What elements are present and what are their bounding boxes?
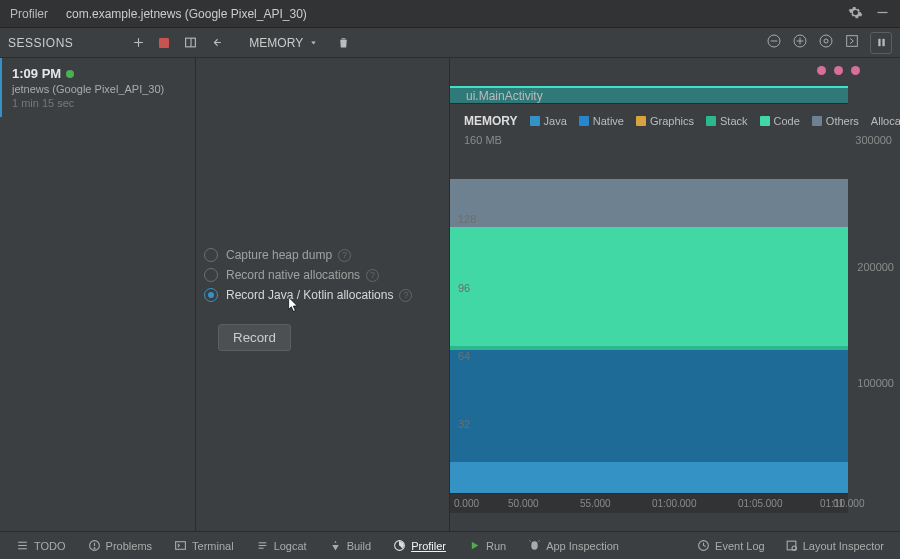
status-run[interactable]: Run: [460, 539, 514, 552]
toolbar: SESSIONS MEMORY: [0, 28, 900, 58]
stop-session-icon[interactable]: [157, 36, 171, 50]
help-icon[interactable]: ?: [366, 269, 379, 282]
y-tick: 96: [458, 282, 470, 294]
time-axis: 0.000 50.000 55.000 01:00.000 01:05.000 …: [450, 493, 848, 513]
y-tick: 128: [458, 213, 476, 225]
radio-icon: [204, 288, 218, 302]
status-event-log[interactable]: Event Log: [689, 539, 773, 552]
time-tick: 55.000: [580, 498, 611, 509]
options-panel: Capture heap dump ? Record native alloca…: [196, 58, 450, 531]
status-layout-inspector[interactable]: Layout Inspector: [777, 539, 892, 552]
status-logcat[interactable]: Logcat: [248, 539, 315, 552]
legend-title: MEMORY: [464, 114, 518, 128]
time-tick: 01: [833, 498, 844, 509]
add-session-icon[interactable]: [131, 36, 145, 50]
y-tick: 32: [458, 418, 470, 430]
time-tick: 01:05.000: [738, 498, 783, 509]
time-tick: 50.000: [508, 498, 539, 509]
mem-top-label: 160 MB: [464, 134, 502, 146]
alloc-top-label: 300000: [855, 134, 892, 146]
radio-java-alloc[interactable]: Record Java / Kotlin allocations ?: [204, 288, 441, 302]
svg-marker-6: [311, 41, 316, 44]
legend-graphics: Graphics: [636, 115, 694, 127]
gear-icon[interactable]: [848, 5, 863, 23]
r-tick: 200000: [857, 261, 894, 273]
svg-line-30: [529, 540, 531, 542]
help-icon[interactable]: ?: [338, 249, 351, 262]
statusbar: TODO Problems Terminal Logcat Build Prof…: [0, 531, 900, 559]
chevron-down-icon[interactable]: [309, 36, 318, 50]
radio-label: Record Java / Kotlin allocations: [226, 288, 393, 302]
chart-panel: ui.MainActivity MEMORY Java Native Graph…: [450, 58, 900, 531]
session-duration: 1 min 15 sec: [12, 97, 185, 109]
status-build[interactable]: Build: [321, 539, 379, 552]
radio-heap-dump[interactable]: Capture heap dump ?: [204, 248, 441, 262]
session-time: 1:09 PM: [12, 66, 61, 81]
legend-allocated: Allocated: [871, 115, 900, 127]
status-profiler[interactable]: Profiler: [385, 539, 454, 552]
activity-name: ui.MainActivity: [466, 89, 543, 103]
svg-line-31: [538, 540, 540, 542]
status-terminal[interactable]: Terminal: [166, 539, 242, 552]
status-problems[interactable]: Problems: [80, 539, 160, 552]
radio-native-alloc[interactable]: Record native allocations ?: [204, 268, 441, 282]
zoom-out-icon[interactable]: [766, 33, 782, 52]
status-todo[interactable]: TODO: [8, 539, 74, 552]
zoom-reset-icon[interactable]: [818, 33, 834, 52]
radio-icon: [204, 268, 218, 282]
trash-icon[interactable]: [336, 36, 350, 50]
svg-rect-14: [847, 36, 858, 47]
sessions-panel: 1:09 PM jetnews (Google Pixel_API_30) 1 …: [0, 58, 196, 531]
status-app-inspection[interactable]: App Inspection: [520, 539, 627, 552]
svg-rect-33: [787, 541, 796, 550]
target-label: com.example.jetnews (Google Pixel_API_30…: [66, 7, 307, 21]
live-icon[interactable]: [844, 33, 860, 52]
svg-marker-28: [472, 542, 479, 550]
activity-bar: ui.MainActivity: [450, 86, 848, 104]
svg-point-13: [824, 39, 828, 43]
radio-label: Capture heap dump: [226, 248, 332, 262]
layer-stack: [450, 346, 848, 349]
layer-code: [450, 227, 848, 346]
legend-stack: Stack: [706, 115, 748, 127]
layer-native: [450, 350, 848, 463]
titlebar: Profiler com.example.jetnews (Google Pix…: [0, 0, 900, 28]
radio-label: Record native allocations: [226, 268, 360, 282]
time-tick: 01:00.000: [652, 498, 697, 509]
svg-rect-15: [878, 39, 880, 46]
session-item[interactable]: 1:09 PM jetnews (Google Pixel_API_30) 1 …: [0, 58, 195, 117]
record-button[interactable]: Record: [218, 324, 291, 351]
layer-java: [450, 462, 848, 493]
recording-dots-icon: [817, 66, 860, 75]
minimize-icon[interactable]: [875, 5, 890, 23]
session-name: jetnews (Google Pixel_API_30): [12, 83, 185, 95]
legend-code: Code: [760, 115, 800, 127]
layer-others: [450, 179, 848, 227]
y-tick: 64: [458, 350, 470, 362]
panels-icon[interactable]: [183, 36, 197, 50]
chart-legend: MEMORY Java Native Graphics Stack Code O…: [450, 110, 900, 132]
sessions-label: SESSIONS: [8, 36, 73, 50]
radio-icon: [204, 248, 218, 262]
tool-label: Profiler: [10, 7, 48, 21]
running-dot-icon: [66, 70, 74, 78]
svg-point-22: [94, 548, 95, 549]
pause-button[interactable]: [870, 32, 892, 54]
help-icon[interactable]: ?: [399, 289, 412, 302]
legend-others: Others: [812, 115, 859, 127]
r-tick: 100000: [857, 377, 894, 389]
svg-rect-16: [882, 39, 884, 46]
legend-java: Java: [530, 115, 567, 127]
legend-native: Native: [579, 115, 624, 127]
svg-rect-23: [176, 542, 186, 550]
memory-dropdown[interactable]: MEMORY: [249, 36, 303, 50]
memory-chart[interactable]: 128 96 64 32 200000 100000: [450, 152, 848, 493]
back-icon[interactable]: [209, 36, 223, 50]
svg-point-12: [820, 35, 832, 47]
svg-point-29: [531, 541, 538, 550]
time-tick: 0.000: [454, 498, 479, 509]
zoom-in-icon[interactable]: [792, 33, 808, 52]
